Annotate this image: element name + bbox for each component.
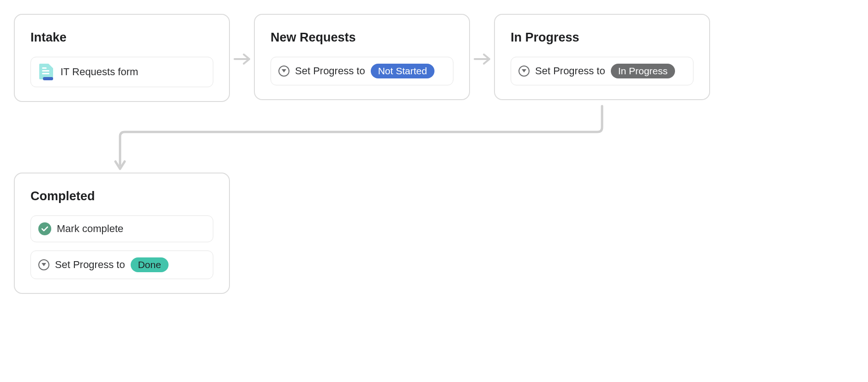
svg-marker-3: [522, 69, 526, 72]
chevron-down-icon: [518, 66, 530, 77]
check-icon: [38, 222, 51, 235]
set-progress-action-card[interactable]: Set Progress to In Progress: [511, 57, 693, 85]
status-pill: In Progress: [611, 64, 675, 78]
action-label: Set Progress to: [535, 65, 605, 77]
mark-complete-action-card[interactable]: Mark complete: [30, 215, 213, 242]
action-label: Set Progress to: [295, 65, 365, 77]
status-pill: Not Started: [371, 64, 434, 78]
set-progress-action-card[interactable]: Set Progress to Done: [30, 251, 213, 279]
form-icon: [38, 64, 55, 80]
stage-title: New Requests: [271, 30, 453, 45]
arrow-icon: [474, 53, 492, 66]
stage-title: Intake: [30, 30, 213, 45]
arrow-icon: [115, 104, 605, 173]
stage-intake[interactable]: Intake IT Requests form: [14, 14, 230, 102]
stage-in-progress[interactable]: In Progress Set Progress to In Progress: [494, 14, 710, 100]
arrow-icon: [234, 53, 252, 66]
svg-marker-1: [282, 69, 286, 72]
form-name: IT Requests form: [60, 66, 138, 78]
stage-title: In Progress: [511, 30, 693, 45]
chevron-down-icon: [278, 66, 289, 77]
status-pill: Done: [131, 257, 169, 272]
form-action-card[interactable]: IT Requests form: [30, 57, 213, 87]
stage-title: Completed: [30, 189, 213, 203]
svg-marker-4: [42, 263, 46, 266]
action-label: Set Progress to: [55, 259, 125, 271]
action-label: Mark complete: [57, 223, 123, 235]
stage-completed[interactable]: Completed Mark complete Set Progress to …: [14, 173, 230, 294]
set-progress-action-card[interactable]: Set Progress to Not Started: [271, 57, 453, 85]
chevron-down-icon: [38, 259, 49, 270]
stage-new-requests[interactable]: New Requests Set Progress to Not Started: [254, 14, 470, 100]
